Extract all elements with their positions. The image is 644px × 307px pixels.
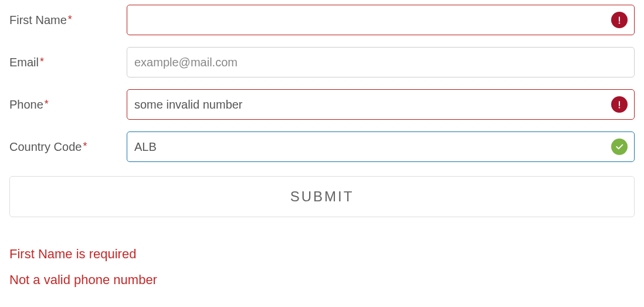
svg-point-1 [619,107,620,108]
country-code-label-text: Country Code [9,140,82,153]
error-phone-invalid: Not a valid phone number [9,272,635,288]
exclamation-icon [611,12,628,28]
phone-input[interactable] [127,89,635,120]
email-input-wrapper [127,47,635,77]
email-label-text: Email [9,56,39,69]
submit-button[interactable]: SUBMIT [9,176,635,217]
first-name-row: First Name* [9,5,635,35]
svg-point-0 [619,22,620,23]
country-code-input[interactable] [127,131,635,162]
required-asterisk: * [45,98,49,110]
required-asterisk: * [40,56,44,68]
country-code-label: Country Code* [9,140,127,154]
country-code-input-wrapper [127,131,635,162]
phone-input-wrapper [127,89,635,120]
exclamation-icon [611,96,628,113]
email-row: Email* [9,47,635,77]
email-input[interactable] [127,47,635,77]
first-name-input-wrapper [127,5,635,35]
phone-label: Phone* [9,98,127,112]
email-label: Email* [9,56,127,69]
validation-form: First Name* Email* Phone* Country [9,5,635,217]
checkmark-icon [611,139,628,155]
country-code-row: Country Code* [9,131,635,162]
first-name-input[interactable] [127,5,635,35]
first-name-label-text: First Name [9,14,67,26]
required-asterisk: * [83,140,87,152]
first-name-label: First Name* [9,14,127,27]
phone-row: Phone* [9,89,635,120]
error-first-name-required: First Name is required [9,247,635,262]
error-messages: First Name is required Not a valid phone… [9,247,635,288]
required-asterisk: * [68,14,72,25]
phone-label-text: Phone [9,98,43,111]
